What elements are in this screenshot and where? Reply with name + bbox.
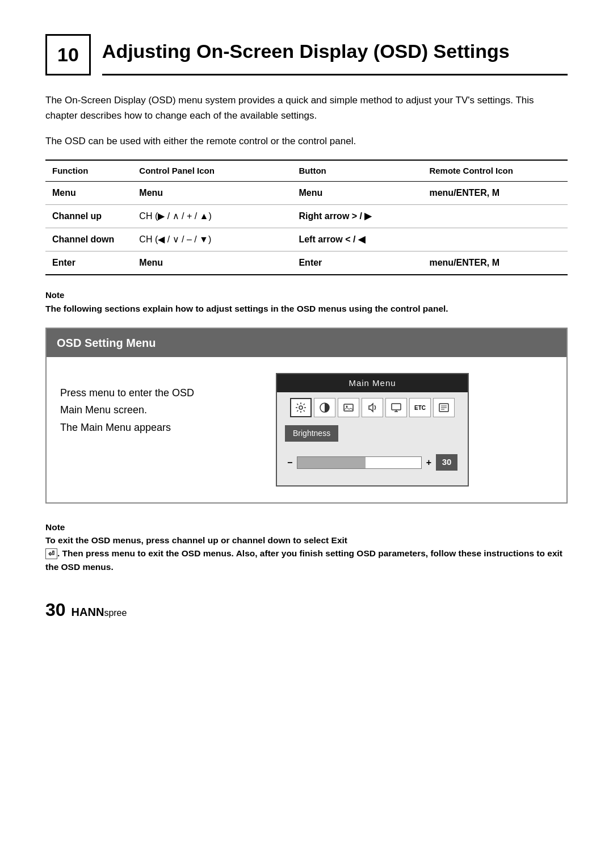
osd-icon-gear <box>290 398 312 417</box>
note2-line2: . Then press menu to exit the OSD menus.… <box>45 548 562 571</box>
chapter-number: 10 <box>45 34 91 76</box>
osd-brightness-label: Brightness <box>285 425 338 442</box>
osd-icon-sound <box>362 398 383 417</box>
cell-function: Channel up <box>52 211 102 221</box>
cell-button: Menu <box>299 188 322 198</box>
table-row: Menu Menu Menu menu/ENTER, M <box>45 182 568 205</box>
osd-slider-plus-icon: + <box>426 456 431 469</box>
intro-paragraph-1: The On-Screen Display (OSD) menu system … <box>45 93 568 123</box>
cell-button: Left arrow < / ◀ <box>299 234 364 244</box>
note-block-2: Note To exit the OSD menus, press channe… <box>45 521 568 573</box>
col-header-control: Control Panel Icon <box>132 160 292 182</box>
osd-slider-row: − + 30 <box>277 454 468 471</box>
footer-page-number: 30 <box>45 596 66 623</box>
svg-rect-2 <box>344 404 353 411</box>
cell-remote: menu/ENTER, M <box>429 188 499 198</box>
brand-hann: HANN <box>72 606 104 618</box>
cell-button: Enter <box>299 258 322 267</box>
osd-setting-content: Press menu to enter the OSD Main Menu sc… <box>47 357 566 502</box>
col-header-button: Button <box>292 160 422 182</box>
osd-screen-mockup: Main Menu ETC <box>276 373 469 487</box>
osd-icon-image <box>338 398 359 417</box>
osd-setting-box: OSD Setting Menu Press menu to enter the… <box>45 328 568 504</box>
footer: 30 HANNspree <box>45 596 568 623</box>
svg-point-3 <box>346 406 348 408</box>
svg-rect-4 <box>392 404 401 410</box>
osd-setting-title: OSD Setting Menu <box>47 329 566 357</box>
table-row: Channel up CH (▶ / ∧ / + / ▲) Right arro… <box>45 205 568 228</box>
cell-function: Channel down <box>52 234 114 244</box>
note-body-2: To exit the OSD menus, press channel up … <box>45 534 568 573</box>
osd-icons-row: ETC <box>277 398 468 417</box>
osd-slider-value: 30 <box>436 454 457 471</box>
osd-icon-screen <box>385 398 407 417</box>
note-body-1: The following sections explain how to ad… <box>45 302 568 315</box>
osd-instruction-line2: Main Menu screen. <box>60 404 147 416</box>
cell-function: Menu <box>52 188 76 198</box>
intro-paragraph-2: The OSD can be used with either the remo… <box>45 133 568 149</box>
note2-icon: ⏎ <box>45 548 57 559</box>
col-header-remote: Remote Control Icon <box>422 160 568 182</box>
osd-icon-extra <box>433 398 455 417</box>
cell-remote: menu/ENTER, M <box>429 258 499 267</box>
table-row: Channel down CH (◀ / ∨ / – / ▼) Left arr… <box>45 228 568 251</box>
osd-screen-title: Main Menu <box>277 374 468 393</box>
chapter-header: 10 Adjusting On-Screen Display (OSD) Set… <box>45 34 568 76</box>
svg-point-0 <box>299 406 303 409</box>
chapter-title: Adjusting On-Screen Display (OSD) Settin… <box>102 34 568 76</box>
table-row: Enter Menu Enter menu/ENTER, M <box>45 251 568 275</box>
settings-table: Function Control Panel Icon Button Remot… <box>45 160 568 276</box>
osd-icon-contrast <box>314 398 335 417</box>
osd-instruction-line3: The Main Menu appears <box>60 422 171 433</box>
footer-brand: HANNspree <box>72 603 127 620</box>
cell-control: Menu <box>139 188 163 198</box>
cell-button: Right arrow > / ▶ <box>299 211 371 221</box>
col-header-function: Function <box>45 160 132 182</box>
note-label-2: Note <box>45 521 568 534</box>
cell-control: CH (◀ / ∨ / – / ▼) <box>139 234 211 244</box>
brand-spree: spree <box>104 608 127 618</box>
osd-slider-track <box>297 456 421 469</box>
osd-slider-minus-icon: − <box>287 456 292 469</box>
note-block-1: Note The following sections explain how … <box>45 289 568 315</box>
cell-control: CH (▶ / ∧ / + / ▲) <box>139 211 211 221</box>
osd-slider-fill <box>297 457 366 468</box>
osd-left-text: Press menu to enter the OSD Main Menu sc… <box>60 373 242 437</box>
note-label-1: Note <box>45 289 568 302</box>
osd-icon-etc: ETC <box>409 398 431 417</box>
note2-line1: To exit the OSD menus, press channel up … <box>45 535 347 545</box>
cell-control: Menu <box>139 258 163 267</box>
osd-instruction-line1: Press menu to enter the OSD <box>60 387 194 399</box>
cell-function: Enter <box>52 258 75 267</box>
